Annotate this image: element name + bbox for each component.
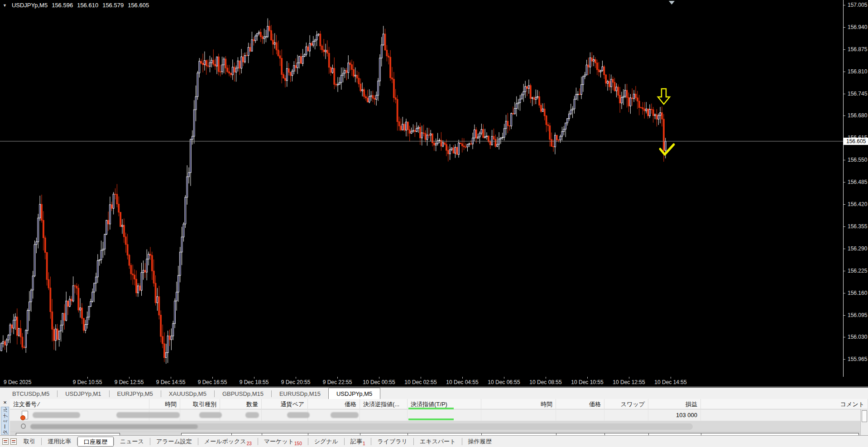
terminal-tab-label: メールボックス — [204, 438, 246, 445]
price-axis-label: 156.355 — [848, 223, 867, 230]
price-axis[interactable]: 157.005156.940156.875156.810156.745156.6… — [843, 0, 868, 377]
terminal-tab[interactable]: メールボックス23 — [198, 437, 258, 447]
price-axis-label: 156.290 — [848, 245, 867, 252]
chart-tab-usdjpyp-m5[interactable]: USDJPYp,M5 — [328, 388, 380, 399]
terminal-tab[interactable]: マーケット150 — [258, 437, 308, 447]
terminal-tab[interactable]: シグナル — [308, 437, 344, 447]
panel-report-icon[interactable] — [10, 438, 17, 445]
unread-count-badge: 1 — [363, 441, 365, 446]
time-axis-tick — [421, 377, 421, 379]
column-header[interactable]: 価格 — [556, 399, 604, 409]
terminal-tab-label: ニュース — [120, 438, 144, 445]
terminal-tab[interactable]: 操作履歴 — [462, 437, 498, 447]
time-axis-tick — [462, 377, 463, 379]
column-header[interactable]: スワップ — [604, 399, 648, 409]
terminal-tab[interactable]: 取引 — [18, 437, 41, 447]
chevron-down-icon[interactable]: ▼ — [3, 3, 7, 8]
sell-arrow-down-icon[interactable] — [658, 89, 670, 104]
time-axis-label: 10 Dec 10:55 — [571, 379, 603, 385]
chart-shift-marker-icon[interactable] — [669, 1, 675, 5]
history-cell — [701, 409, 868, 421]
price-axis-label: 156.875 — [848, 46, 867, 53]
terminal-tab[interactable]: 口座履歴 — [77, 437, 114, 447]
panel-dock-icon[interactable] — [2, 438, 9, 445]
column-header[interactable]: コメント — [701, 399, 868, 409]
history-row-order[interactable]: 103 000 — [10, 409, 868, 421]
price-axis-label: 156.940 — [848, 24, 867, 30]
price-axis-tick — [844, 94, 845, 94]
time-axis-label: 10 Dec 04:55 — [446, 379, 478, 385]
chart-tab-eurjpyp-m5[interactable]: EURJPYp,M5 — [110, 389, 161, 399]
chart-tab-gbpusdp-m15[interactable]: GBPUSDp,M15 — [215, 389, 271, 399]
price-axis-tick — [844, 115, 845, 116]
account-history-table: 注文番号 ∕時間取引種別数量通貨ペア価格決済逆指値(...決済指値(T/P)時間… — [10, 399, 868, 435]
time-axis-tick — [504, 377, 504, 379]
time-axis-tick — [87, 377, 88, 379]
column-header[interactable]: 損益 — [648, 399, 701, 409]
price-axis-tick — [844, 204, 845, 205]
history-cell — [360, 409, 408, 421]
price-axis-tick — [844, 5, 845, 5]
terminal-tab[interactable]: 運用比率 — [42, 437, 77, 447]
price-axis-label: 156.030 — [848, 334, 867, 340]
price-axis-label: 156.160 — [848, 290, 867, 296]
terminal-tab[interactable]: ニュース — [114, 437, 150, 447]
redacted-text — [199, 412, 222, 418]
column-header[interactable]: 注文番号 ∕ — [10, 399, 149, 409]
vertical-scrollbar[interactable] — [860, 409, 868, 435]
candlestick-chart[interactable] — [0, 0, 868, 377]
chart-area[interactable]: ▼ USDJPYp,M5 156.596 156.610 156.579 156… — [0, 0, 868, 377]
redacted-text — [245, 412, 259, 418]
chart-tab-usdjpyp-m1[interactable]: USDJPYp,M1 — [58, 389, 109, 399]
time-axis-tick — [337, 377, 338, 379]
current-price-tag: 156.605 — [844, 138, 868, 145]
history-cell — [556, 409, 604, 421]
price-axis-label: 156.420 — [848, 201, 867, 207]
quote-open: 156.596 — [52, 2, 73, 9]
chart-tab-xauusdp-m5[interactable]: XAUUSDp,M5 — [161, 389, 214, 399]
column-header[interactable]: 取引種別 — [180, 399, 220, 409]
time-axis-tick — [379, 377, 379, 379]
price-axis-label: 155.965 — [848, 356, 867, 362]
chart-tab-btcusdp-m5[interactable]: BTCUSDp,M5 — [5, 389, 57, 399]
price-axis-label: 156.745 — [848, 91, 867, 97]
time-axis-tick — [129, 377, 129, 379]
close-icon[interactable]: × — [1, 399, 9, 406]
redacted-text — [331, 412, 359, 418]
terminal-tab[interactable]: 記事1 — [345, 437, 371, 447]
time-axis-label: 9 Dec 22:55 — [323, 379, 352, 385]
price-axis-label: 156.680 — [848, 112, 867, 119]
price-axis-tick — [844, 27, 845, 28]
mt4-window: ▼ USDJPYp,M5 156.596 156.610 156.579 156… — [0, 0, 868, 447]
column-header[interactable]: 価格 — [308, 399, 360, 409]
time-axis-label: 10 Dec 06:55 — [488, 379, 520, 385]
check-mark-icon[interactable] — [660, 144, 674, 154]
price-axis-tick — [844, 160, 845, 160]
time-axis-label: 9 Dec 16:55 — [198, 379, 227, 385]
price-axis-tick — [844, 359, 845, 360]
terminal-rail: × ターミナル — [0, 399, 10, 435]
price-axis-label: 157.005 — [848, 2, 867, 8]
time-axis-label: 9 Dec 14:55 — [156, 379, 186, 385]
terminal-tab[interactable]: ライブラリ — [371, 437, 413, 447]
terminal-rail-strip[interactable]: ターミナル — [1, 407, 9, 435]
chart-tab-eurusdp-m15[interactable]: EURUSDp,M15 — [272, 389, 328, 399]
column-header[interactable]: 時間 — [481, 399, 556, 409]
time-axis-tick — [171, 377, 171, 379]
time-axis-tick — [546, 377, 546, 379]
terminal-tab[interactable]: エキスパート — [414, 437, 462, 447]
price-axis-label: 156.485 — [848, 179, 867, 185]
column-header[interactable]: 通貨ペア — [262, 399, 308, 409]
price-axis-tick — [844, 293, 845, 293]
column-header[interactable]: 決済指値(T/P) — [408, 399, 481, 409]
price-axis-tick — [844, 49, 845, 50]
column-header[interactable]: 数量 — [220, 399, 262, 409]
time-axis[interactable]: 9 Dec 20259 Dec 10:559 Dec 12:559 Dec 14… — [0, 377, 868, 387]
column-header[interactable]: 決済逆指値(... — [360, 399, 408, 409]
scrollbar-thumb[interactable] — [862, 410, 867, 422]
terminal-tab[interactable]: アラーム設定 — [150, 437, 198, 447]
price-axis-label: 156.550 — [848, 157, 867, 163]
history-row-summary[interactable] — [10, 421, 868, 432]
column-header[interactable]: 時間 — [149, 399, 180, 409]
terminal-tab-label: 記事 — [350, 438, 362, 445]
